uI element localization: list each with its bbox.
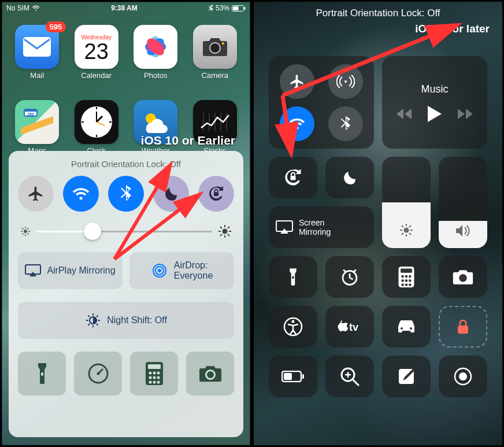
flashlight-icon <box>36 362 49 385</box>
airplane-toggle[interactable] <box>18 176 54 212</box>
svg-point-106 <box>409 279 412 282</box>
svg-line-49 <box>228 227 229 228</box>
notes-tile[interactable] <box>382 356 431 397</box>
airdrop-value: Everyone <box>174 271 213 280</box>
svg-line-91 <box>409 226 411 227</box>
volume-slider[interactable] <box>439 157 487 248</box>
connectivity-card[interactable] <box>269 56 374 149</box>
dnd-toggle[interactable] <box>153 176 189 212</box>
flashlight-tile[interactable] <box>269 256 317 298</box>
airplane-toggle[interactable] <box>280 64 314 99</box>
cellular-toggle[interactable] <box>328 64 363 99</box>
music-card[interactable]: Music <box>382 56 487 149</box>
svg-point-103 <box>409 275 412 278</box>
ios11-pane: Portrait Orientation Lock: Off iOS 11 or… <box>252 0 504 447</box>
photos-icon <box>140 32 171 62</box>
dnd-toggle[interactable] <box>325 157 374 198</box>
bluetooth-icon <box>121 185 131 202</box>
svg-point-51 <box>158 269 161 272</box>
wifi-toggle[interactable] <box>63 176 99 212</box>
brightness-thumb[interactable] <box>84 223 101 240</box>
svg-rect-3 <box>23 37 51 57</box>
annotation-ios10: iOS 10 or Earlier <box>141 134 235 147</box>
mail-icon <box>23 37 51 57</box>
app-photos[interactable]: Photos <box>130 25 181 80</box>
brightness-track[interactable] <box>36 231 212 232</box>
svg-point-32 <box>24 230 27 233</box>
svg-point-75 <box>149 381 151 384</box>
carplay-tile[interactable] <box>382 306 431 348</box>
night-shift-icon <box>85 312 101 328</box>
music-title: Music <box>421 83 448 95</box>
airplane-icon <box>289 73 305 90</box>
wifi-toggle[interactable] <box>280 106 314 141</box>
svg-point-108 <box>405 283 408 286</box>
airdrop-button[interactable]: AirDrop:Everyone <box>129 252 234 289</box>
airplane-icon <box>27 185 45 202</box>
flashlight-shortcut[interactable] <box>18 352 66 396</box>
battery-text: 53% <box>216 4 229 12</box>
svg-point-102 <box>405 275 408 278</box>
camera-shortcut[interactable] <box>186 352 234 396</box>
timer-icon <box>87 362 110 385</box>
svg-point-13 <box>222 42 224 45</box>
night-shift-button[interactable]: Night Shift: Off <box>18 302 234 339</box>
svg-point-70 <box>153 372 155 375</box>
svg-rect-116 <box>458 326 468 334</box>
timer-tile[interactable] <box>325 256 374 298</box>
magnifier-tile[interactable] <box>325 356 374 397</box>
svg-point-81 <box>344 80 347 83</box>
svg-point-105 <box>405 279 408 282</box>
airplay-icon <box>276 220 293 234</box>
camera-icon <box>201 36 229 57</box>
app-camera[interactable]: Camera <box>190 25 240 80</box>
svg-point-41 <box>223 229 228 234</box>
next-icon[interactable] <box>458 109 473 119</box>
control-center-ios10: Portrait Orientation Lock: Off <box>9 151 243 437</box>
calculator-tile[interactable] <box>382 256 431 298</box>
bluetooth-toggle[interactable] <box>328 106 363 141</box>
play-icon[interactable] <box>428 106 442 122</box>
svg-rect-118 <box>302 374 304 379</box>
ios10-pane: No SIM 9:38 AM 53% 595 Mail Wednesday 23… <box>0 0 252 447</box>
svg-line-59 <box>88 316 90 317</box>
timer-shortcut[interactable] <box>74 352 122 396</box>
app-mail[interactable]: 595 Mail <box>12 25 62 80</box>
airdrop-icon <box>151 262 168 279</box>
svg-line-37 <box>22 228 23 229</box>
svg-line-89 <box>409 233 411 235</box>
screen-mirroring-button[interactable]: Screen Mirroring <box>269 206 374 248</box>
orientation-lock-toggle[interactable] <box>198 176 234 212</box>
apple-tv-icon: tv <box>336 319 364 334</box>
svg-point-126 <box>459 372 467 380</box>
brightness-slider[interactable] <box>20 224 232 238</box>
accessibility-tile[interactable] <box>269 306 317 348</box>
svg-line-62 <box>97 316 98 317</box>
svg-point-12 <box>210 43 220 53</box>
notes-icon <box>397 367 416 386</box>
volume-icon <box>455 224 471 238</box>
moon-icon <box>341 169 358 186</box>
svg-line-98 <box>353 270 356 272</box>
bluetooth-toggle[interactable] <box>108 176 144 212</box>
svg-rect-31 <box>214 192 218 196</box>
app-maps[interactable]: 280 Maps <box>12 100 62 155</box>
svg-point-77 <box>157 381 160 384</box>
prev-icon[interactable] <box>396 109 412 119</box>
low-power-tile[interactable] <box>269 356 317 397</box>
app-clock[interactable]: Clock <box>71 100 122 155</box>
svg-rect-2 <box>244 7 246 10</box>
app-calendar[interactable]: Wednesday 23 Calendar <box>71 25 122 80</box>
status-bar: No SIM 9:38 AM 53% <box>2 2 250 14</box>
brightness-slider[interactable] <box>382 157 431 248</box>
orientation-lock-toggle[interactable] <box>269 157 317 198</box>
screen-record-tile[interactable] <box>439 356 487 397</box>
calculator-shortcut[interactable] <box>130 352 178 396</box>
svg-point-74 <box>157 376 160 379</box>
camera-tile[interactable] <box>439 256 487 298</box>
camera-icon <box>198 364 223 383</box>
airplay-button[interactable]: AirPlay Mirroring <box>18 252 123 289</box>
svg-rect-68 <box>148 364 161 369</box>
apple-tv-tile[interactable]: tv <box>325 306 374 348</box>
guided-access-tile[interactable] <box>439 306 487 348</box>
